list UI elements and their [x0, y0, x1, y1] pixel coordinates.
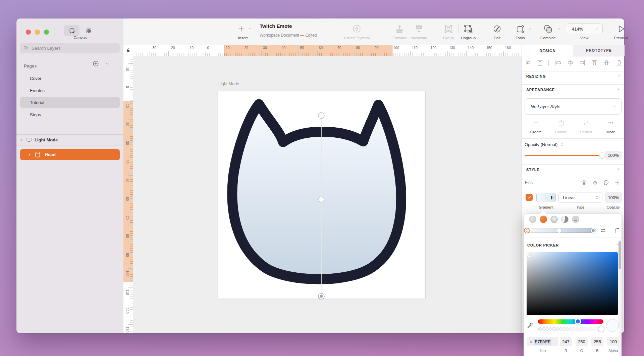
reverse-gradient-icon[interactable]: [600, 227, 606, 234]
more-styles-icon[interactable]: [608, 120, 614, 126]
chevron-right-icon[interactable]: [616, 73, 622, 78]
page-item-cover[interactable]: Cover: [20, 73, 120, 84]
scrollbar-thumb[interactable]: [619, 241, 621, 269]
maximize-window-button[interactable]: [44, 30, 49, 35]
chevron-right-icon[interactable]: [27, 152, 32, 157]
check-icon: [527, 195, 532, 200]
gradient-mid-handle[interactable]: [319, 197, 324, 202]
opacity-value[interactable]: 100%: [605, 151, 622, 160]
canvas-view-toggle[interactable]: [64, 25, 79, 36]
alpha-slider-knob[interactable]: [598, 326, 604, 332]
canvas[interactable]: Light Mode: [133, 56, 522, 333]
hue-slider[interactable]: [538, 319, 603, 324]
fill-type-angular-gradient[interactable]: [561, 216, 569, 223]
hex-value[interactable]: F7FAFF: [534, 339, 551, 345]
minimize-window-button[interactable]: [35, 30, 40, 35]
gradient-stop-middle[interactable]: [557, 228, 562, 233]
layer-stack-icon[interactable]: [581, 180, 587, 186]
ruler-tick: [355, 51, 355, 56]
page-item-emotes[interactable]: Emotes: [20, 85, 120, 96]
opacity-slider-knob[interactable]: [599, 152, 605, 159]
blend-icon[interactable]: [603, 180, 609, 186]
create-style-icon[interactable]: [533, 120, 539, 126]
search-input[interactable]: [31, 45, 109, 51]
align-alignL-icon[interactable]: [554, 59, 562, 66]
hex-field[interactable]: # F7FAFF: [527, 337, 558, 346]
align-dotsV-icon[interactable]: [545, 59, 552, 66]
layer-item-head[interactable]: Head: [20, 149, 120, 160]
align-distH-icon[interactable]: [525, 59, 532, 66]
ruler-number: 130: [449, 46, 455, 50]
rotate-gradient-icon[interactable]: [614, 227, 621, 234]
ruler-tick: [224, 51, 224, 56]
eyedropper-icon[interactable]: [527, 322, 534, 329]
align-alignB-icon[interactable]: [615, 59, 623, 66]
align-distV-icon[interactable]: [536, 59, 544, 66]
blue-field[interactable]: 255: [591, 337, 603, 346]
ruler-number: 110: [125, 288, 129, 296]
alpha-field[interactable]: 100: [607, 337, 620, 346]
opacity-label: Opacity (Normal): [525, 142, 557, 147]
fill-opacity-value[interactable]: 100%: [605, 192, 622, 203]
zoom-level-dropdown[interactable]: 414%: [566, 24, 603, 34]
stepper-icon[interactable]: [560, 142, 564, 147]
color-picker-header[interactable]: COLOR PICKER: [527, 243, 559, 247]
gear-icon[interactable]: ⚙: [592, 179, 597, 186]
opacity-blend-control[interactable]: Opacity (Normal): [525, 142, 564, 147]
ruler-tick: [187, 51, 187, 56]
insert-label: Insert: [238, 36, 248, 40]
chevron-down-icon[interactable]: [616, 167, 621, 172]
ruler-tick: [128, 138, 133, 138]
resizing-section-header[interactable]: RESIZING: [526, 74, 546, 78]
ruler-number: 50: [300, 46, 304, 50]
gradient-stop-start[interactable]: [524, 228, 530, 233]
align-alignR-icon[interactable]: [579, 59, 586, 66]
tab-design[interactable]: DESIGN: [522, 45, 573, 56]
fill-type-radial-gradient[interactable]: [550, 216, 558, 223]
alpha-gradient-overlay: [538, 327, 603, 331]
hex-label: Hex: [540, 349, 546, 353]
red-field[interactable]: 247: [560, 337, 572, 346]
artboard-title[interactable]: Light Mode: [218, 82, 239, 86]
pages-collapse-icon[interactable]: [105, 61, 110, 66]
page-item-tutorial[interactable]: Tutorial: [20, 97, 120, 108]
layer-style-dropdown[interactable]: No Layer Style: [525, 98, 622, 115]
align-alignCH-icon[interactable]: [567, 59, 574, 66]
search-layers-field[interactable]: [20, 43, 120, 53]
search-icon: [23, 45, 29, 51]
fill-type-pattern[interactable]: [572, 216, 579, 223]
gradient-type-dropdown[interactable]: Linear: [558, 192, 602, 203]
tab-prototype[interactable]: PROTOTYPE: [573, 45, 625, 56]
detach-label: Detach: [580, 130, 592, 134]
grid-view-toggle[interactable]: [82, 25, 96, 36]
alpha-slider[interactable]: [538, 327, 603, 331]
add-fill-icon[interactable]: [614, 180, 620, 186]
opacity-slider[interactable]: [525, 155, 602, 156]
fill-enabled-checkbox[interactable]: [526, 194, 533, 201]
gradient-start-handle[interactable]: [318, 113, 324, 119]
saturation-brightness-field[interactable]: [527, 252, 618, 315]
fill-gradient-swatch[interactable]: [536, 193, 556, 202]
ruler-number: 160: [505, 46, 511, 50]
appearance-section-header[interactable]: APPEARANCE: [526, 88, 555, 92]
align-alignMV-icon[interactable]: [603, 59, 610, 66]
green-field[interactable]: 250: [576, 337, 588, 346]
saturation-selector[interactable]: [527, 252, 532, 257]
divider: [522, 72, 624, 72]
hue-slider-knob[interactable]: [575, 318, 581, 325]
fill-type-flat[interactable]: [529, 216, 536, 223]
artboard-item-light-mode[interactable]: Light Mode: [16, 135, 123, 145]
style-section-header[interactable]: STYLE: [526, 168, 539, 172]
image-icon: [574, 217, 578, 221]
ruler-lock-corner[interactable]: [123, 45, 133, 56]
chevron-down-icon[interactable]: [19, 138, 24, 142]
close-window-button[interactable]: [26, 30, 31, 35]
chevron-down-icon[interactable]: [616, 87, 621, 92]
add-page-icon[interactable]: [92, 60, 99, 67]
page-item-steps[interactable]: Steps: [20, 109, 120, 120]
align-alignT-icon[interactable]: [591, 59, 598, 66]
ruler-number: 0: [125, 83, 129, 91]
fill-type-linear-gradient[interactable]: [540, 216, 547, 223]
gradient-stop-end[interactable]: [590, 228, 596, 233]
ruler-number: 0: [207, 46, 209, 50]
